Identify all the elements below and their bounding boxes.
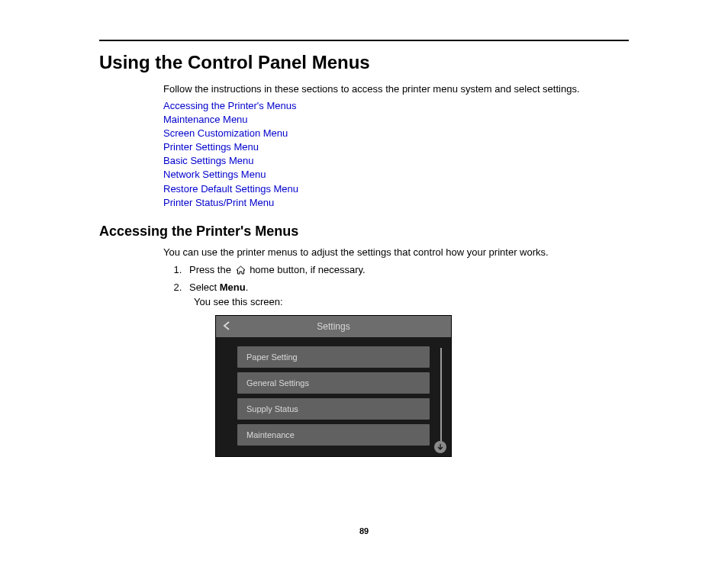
step-2: Select Menu. You see this screen: Settin…: [185, 282, 629, 457]
device-header: Settings: [216, 316, 451, 337]
step2-note: You see this screen:: [194, 296, 629, 307]
page-heading: Using the Control Panel Menus: [99, 52, 629, 73]
link-maintenance-menu[interactable]: Maintenance Menu: [163, 113, 629, 127]
menu-item-supply-status[interactable]: Supply Status: [237, 398, 430, 420]
device-screenshot: Settings Paper Setting General Settings …: [215, 315, 452, 457]
device-body: Paper Setting General Settings Supply St…: [216, 337, 451, 456]
link-restore-default-settings-menu[interactable]: Restore Default Settings Menu: [163, 182, 629, 196]
link-basic-settings-menu[interactable]: Basic Settings Menu: [163, 154, 629, 168]
scroll-down-icon[interactable]: [434, 441, 446, 453]
step2-bold: Menu: [220, 282, 246, 293]
link-printer-status-print-menu[interactable]: Printer Status/Print Menu: [163, 196, 629, 210]
step1-text-b: home button, if necessary.: [247, 264, 366, 275]
link-screen-customization-menu[interactable]: Screen Customization Menu: [163, 127, 629, 140]
device-title: Settings: [216, 321, 451, 332]
steps-list: Press the home button, if necessary. Sel…: [163, 264, 629, 457]
step-1: Press the home button, if necessary.: [185, 264, 629, 277]
link-network-settings-menu[interactable]: Network Settings Menu: [163, 168, 629, 182]
section-heading-accessing: Accessing the Printer's Menus: [99, 224, 629, 240]
link-printer-settings-menu[interactable]: Printer Settings Menu: [163, 140, 629, 154]
section2-intro: You can use the printer menus to adjust …: [163, 246, 629, 259]
scrollbar-track[interactable]: [440, 348, 442, 449]
page-number: 89: [0, 526, 728, 536]
menu-item-general-settings[interactable]: General Settings: [237, 372, 430, 394]
home-icon: [236, 265, 246, 277]
step2-text-a: Select: [189, 282, 220, 293]
intro-text: Follow the instructions in these section…: [163, 82, 629, 96]
menu-item-paper-setting[interactable]: Paper Setting: [237, 346, 430, 368]
menu-item-maintenance[interactable]: Maintenance: [237, 424, 430, 446]
link-accessing-menus[interactable]: Accessing the Printer's Menus: [163, 99, 629, 113]
top-rule: [99, 40, 629, 41]
step2-text-c: .: [246, 282, 249, 293]
topic-links: Accessing the Printer's Menus Maintenanc…: [163, 99, 629, 211]
step1-text-a: Press the: [189, 264, 234, 275]
